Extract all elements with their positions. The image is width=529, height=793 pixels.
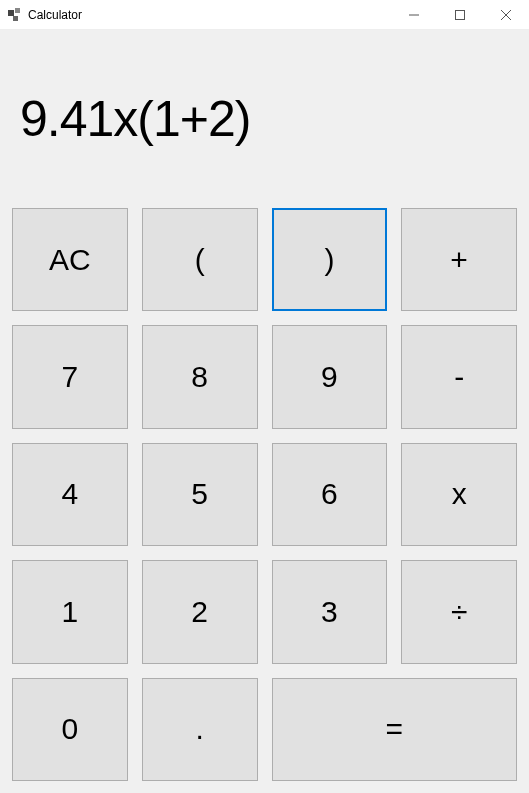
- calculator-body: 9.41x(1+2) AC ( ) + 7 8 9 - 4 5 6 x 1 2 …: [0, 30, 529, 793]
- decimal-button[interactable]: .: [142, 678, 258, 781]
- left-paren-button[interactable]: (: [142, 208, 258, 311]
- equals-button[interactable]: =: [272, 678, 518, 781]
- window-title: Calculator: [28, 8, 391, 22]
- titlebar: Calculator: [0, 0, 529, 30]
- display: 9.41x(1+2): [12, 42, 517, 168]
- close-button[interactable]: [483, 0, 529, 30]
- one-button[interactable]: 1: [12, 560, 128, 663]
- svg-rect-4: [456, 11, 465, 20]
- svg-rect-2: [13, 16, 18, 21]
- three-button[interactable]: 3: [272, 560, 388, 663]
- right-paren-button[interactable]: ): [272, 208, 388, 311]
- nine-button[interactable]: 9: [272, 325, 388, 428]
- svg-rect-0: [8, 10, 14, 16]
- minimize-button[interactable]: [391, 0, 437, 30]
- zero-button[interactable]: 0: [12, 678, 128, 781]
- five-button[interactable]: 5: [142, 443, 258, 546]
- six-button[interactable]: 6: [272, 443, 388, 546]
- svg-rect-1: [15, 8, 20, 13]
- window-controls: [391, 0, 529, 29]
- seven-button[interactable]: 7: [12, 325, 128, 428]
- four-button[interactable]: 4: [12, 443, 128, 546]
- button-grid: AC ( ) + 7 8 9 - 4 5 6 x 1 2 3 ÷ 0 . =: [12, 208, 517, 781]
- minus-button[interactable]: -: [401, 325, 517, 428]
- app-icon: [8, 8, 22, 22]
- plus-button[interactable]: +: [401, 208, 517, 311]
- two-button[interactable]: 2: [142, 560, 258, 663]
- maximize-button[interactable]: [437, 0, 483, 30]
- multiply-button[interactable]: x: [401, 443, 517, 546]
- eight-button[interactable]: 8: [142, 325, 258, 428]
- clear-button[interactable]: AC: [12, 208, 128, 311]
- divide-button[interactable]: ÷: [401, 560, 517, 663]
